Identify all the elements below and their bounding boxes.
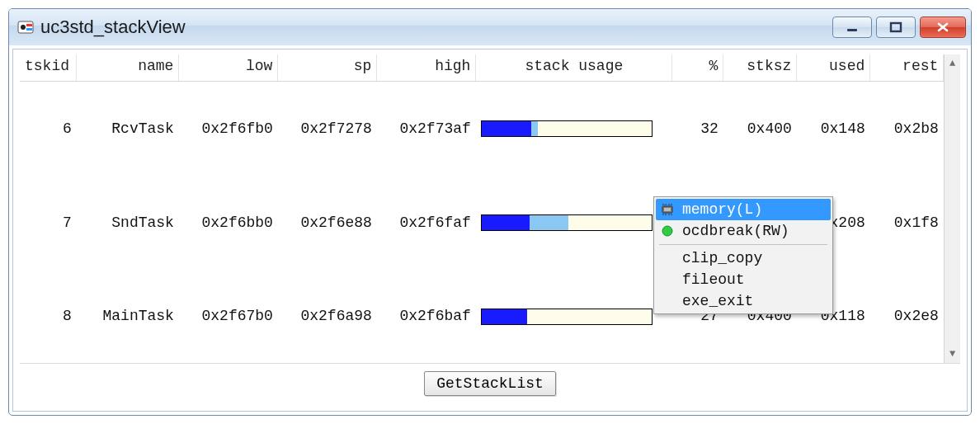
menu-separator [659,244,827,245]
svg-point-1 [21,25,26,30]
cell-name: RcvTask [77,82,179,177]
svg-rect-9 [664,208,671,211]
cell-high: 0x2f6faf [377,177,476,270]
titlebar[interactable]: uc3std_stackView [9,9,971,45]
svg-rect-3 [26,28,32,31]
cell-pct: 32 [672,82,723,177]
cell-rest: 0x2e8 [870,270,944,363]
get-stack-list-button[interactable]: GetStackList [424,371,556,396]
stack-usage-bar [481,309,653,325]
scroll-down-icon[interactable]: ▼ [949,346,955,361]
minimize-button[interactable] [832,16,872,38]
col-pct[interactable]: % [672,54,723,82]
svg-rect-5 [891,23,901,31]
menu-item-ocdbreakrw[interactable]: ocdbreak(RW) [656,220,831,242]
cell-tskid: 6 [20,82,77,177]
cell-sp: 0x2f6e88 [278,177,377,270]
window-controls [832,16,966,38]
col-usage[interactable]: stack usage [476,54,672,82]
chip-icon [659,201,676,218]
cell-used: 0x148 [797,82,870,177]
vertical-scrollbar[interactable]: ▲ ▼ [944,54,960,363]
cell-sp: 0x2f6a98 [278,270,377,363]
maximize-icon [888,21,903,33]
cell-low: 0x2f67b0 [179,270,278,363]
scroll-up-icon[interactable]: ▲ [949,56,955,71]
cell-rest: 0x2b8 [870,82,944,177]
minimize-icon [845,21,860,33]
cell-low: 0x2f6fb0 [179,82,278,177]
stack-usage-bar [481,214,653,231]
col-sp[interactable]: sp [278,54,377,82]
menu-item-label: clip_copy [682,250,762,266]
cell-rest: 0x1f8 [870,177,944,270]
menu-item-label: ocdbreak(RW) [682,223,789,239]
cell-high: 0x2f6baf [377,270,476,363]
table-row[interactable]: 6RcvTask0x2f6fb00x2f72780x2f73af320x4000… [20,82,944,177]
footer: GetStackList [20,363,960,403]
col-high[interactable]: high [377,54,476,82]
client-area: tskid name low sp high stack usage % stk… [12,49,968,412]
col-tskid[interactable]: tskid [20,54,77,82]
cell-stksz: 0x400 [723,82,797,177]
app-icon [17,19,34,35]
window-title: uc3std_stackView [40,16,826,38]
col-used[interactable]: used [797,54,870,82]
menu-item-memoryl[interactable]: memory(L) [656,199,831,220]
close-icon [935,21,950,33]
cell-low: 0x2f6bb0 [179,177,278,270]
cell-high: 0x2f73af [377,82,476,177]
menu-item-label: fileout [682,271,745,288]
cell-usage [476,177,672,270]
menu-item-fileout[interactable]: fileout [656,269,831,290]
menu-item-label: memory(L) [682,201,762,218]
close-button[interactable] [920,16,966,38]
cell-tskid: 7 [20,177,77,270]
cell-sp: 0x2f7278 [278,82,377,177]
dot-green-icon [659,223,676,239]
context-menu: memory(L)ocdbreak(RW)clip_copyfileoutexe… [653,196,833,314]
cell-name: SndTask [77,177,179,270]
menu-item-exe_exit[interactable]: exe_exit [656,290,831,312]
col-stksz[interactable]: stksz [723,54,797,82]
app-window: uc3std_stackView tskid name [8,8,972,416]
cell-tskid: 8 [20,270,77,363]
maximize-button[interactable] [876,16,916,38]
svg-point-18 [662,226,672,236]
col-low[interactable]: low [179,54,278,82]
col-name[interactable]: name [77,54,179,82]
stack-usage-bar [481,120,653,137]
cell-usage [476,270,672,363]
menu-item-label: exe_exit [682,293,753,309]
svg-rect-4 [847,29,857,31]
menu-item-clip_copy[interactable]: clip_copy [656,247,831,269]
cell-name: MainTask [77,270,179,363]
col-rest[interactable]: rest [870,54,944,82]
table-header-row: tskid name low sp high stack usage % stk… [20,54,944,82]
cell-usage [476,82,672,177]
svg-rect-2 [26,24,32,26]
